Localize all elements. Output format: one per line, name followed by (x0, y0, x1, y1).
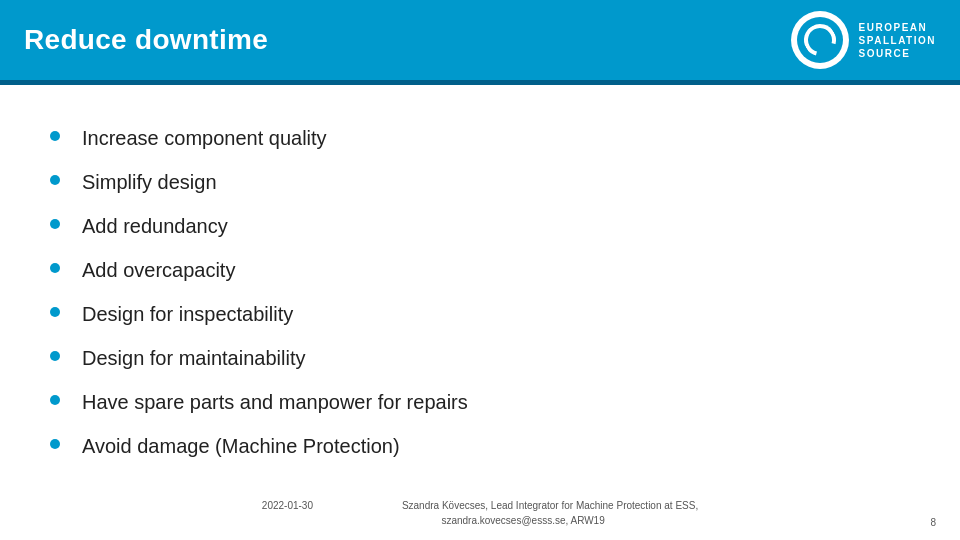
logo-area: EUROPEAN SPALLATION SOURCE (791, 11, 936, 69)
list-item: Increase component quality (50, 125, 910, 151)
list-item: Avoid damage (Machine Protection) (50, 433, 910, 459)
bullet-dot-icon (50, 395, 60, 405)
bullet-dot-icon (50, 263, 60, 273)
footer: 2022-01-30 Szandra Kövecses, Lead Integr… (0, 498, 960, 528)
list-item-text: Have spare parts and manpower for repair… (82, 389, 468, 415)
list-item-text: Design for inspectability (82, 301, 293, 327)
logo-line1: EUROPEAN (859, 21, 936, 34)
bullet-dot-icon (50, 307, 60, 317)
list-item-text: Add overcapacity (82, 257, 235, 283)
logo-text-block: EUROPEAN SPALLATION SOURCE (859, 21, 936, 60)
bullet-dot-icon (50, 439, 60, 449)
bullet-dot-icon (50, 175, 60, 185)
logo-inner (797, 17, 843, 63)
list-item-text: Design for maintainability (82, 345, 305, 371)
logo-line3: SOURCE (859, 47, 936, 60)
list-item-text: Simplify design (82, 169, 217, 195)
list-item: Simplify design (50, 169, 910, 195)
footer-author-line2: szandra.kovecses@esss.se, ARW19 (441, 515, 604, 526)
page-number: 8 (930, 517, 936, 528)
list-item-text: Increase component quality (82, 125, 327, 151)
list-item: Design for maintainability (50, 345, 910, 371)
bullet-dot-icon (50, 351, 60, 361)
list-item-text: Avoid damage (Machine Protection) (82, 433, 400, 459)
list-item: Add redundancy (50, 213, 910, 239)
footer-date: 2022-01-30 (262, 500, 313, 511)
bullet-list: Increase component qualitySimplify desig… (50, 125, 910, 459)
logo-arc-icon (798, 18, 842, 62)
footer-right: 8 (930, 517, 936, 528)
logo-line2: SPALLATION (859, 34, 936, 47)
list-item: Add overcapacity (50, 257, 910, 283)
list-item: Have spare parts and manpower for repair… (50, 389, 910, 415)
header: Reduce downtime EUROPEAN SPALLATION SOUR… (0, 0, 960, 80)
footer-author-line1: Szandra Kövecses, Lead Integrator for Ma… (402, 500, 698, 511)
bullet-dot-icon (50, 219, 60, 229)
list-item-text: Add redundancy (82, 213, 228, 239)
bullet-dot-icon (50, 131, 60, 141)
list-item: Design for inspectability (50, 301, 910, 327)
page-title: Reduce downtime (24, 24, 268, 56)
logo-circle (791, 11, 849, 69)
content-area: Increase component qualitySimplify desig… (0, 85, 960, 497)
